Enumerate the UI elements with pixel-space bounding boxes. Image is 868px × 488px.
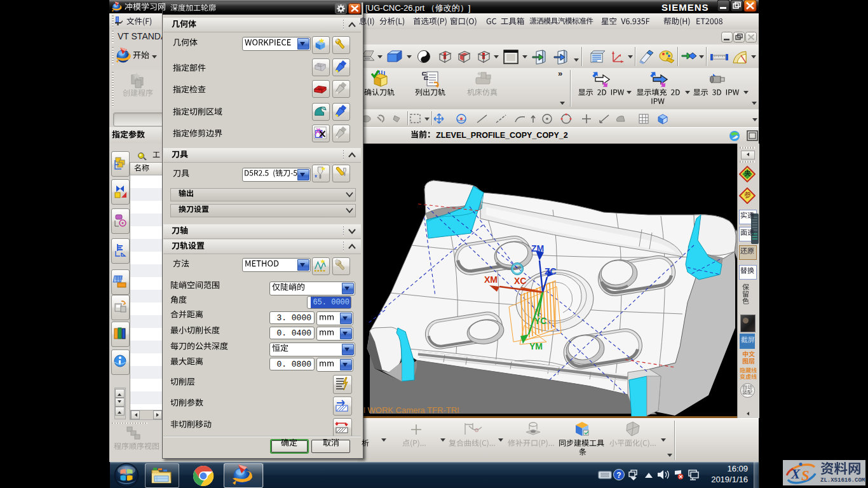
svg-text:S: S xyxy=(801,468,810,484)
svg-text:ZC: ZC xyxy=(545,266,557,276)
svg-text:X: X xyxy=(790,466,801,482)
svg-text:XC: XC xyxy=(514,276,526,286)
svg-text:XM: XM xyxy=(484,274,498,285)
svg-text:YC: YC xyxy=(534,316,546,326)
svg-text:ZM: ZM xyxy=(531,243,544,254)
svg-text:YM: YM xyxy=(529,341,543,351)
svg-text:?: ? xyxy=(616,471,621,480)
